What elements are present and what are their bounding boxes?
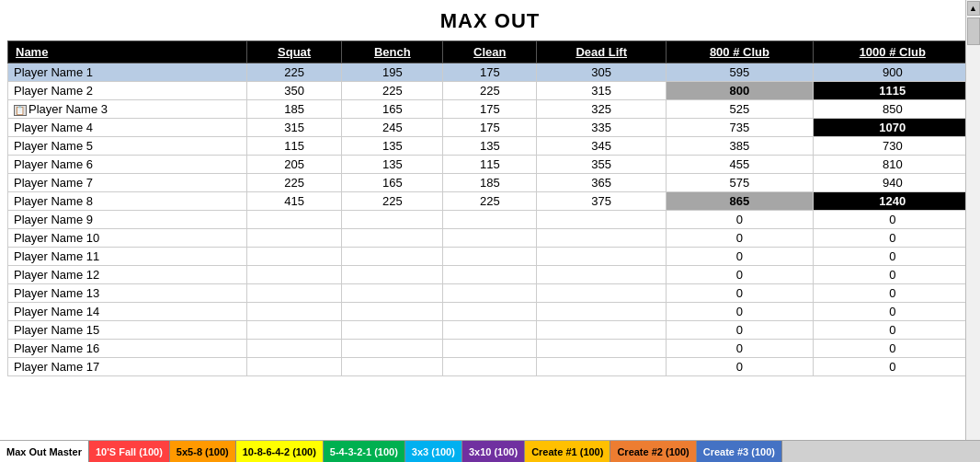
cell-bench <box>342 266 443 284</box>
table-body: Player Name 1225195175305595900Player Na… <box>8 64 973 376</box>
cell-bench <box>342 321 443 340</box>
cell-800club: 575 <box>667 174 813 192</box>
cell-bench: 225 <box>342 82 443 100</box>
cell-1000club: 0 <box>813 340 972 358</box>
cell-deadlift <box>537 229 667 248</box>
cell-clean: 175 <box>443 64 537 82</box>
cell-800club: 0 <box>667 340 813 358</box>
table-row[interactable]: Player Name 23502252253158001115 <box>8 82 973 100</box>
scroll-up-button[interactable]: ▲ <box>967 1 980 16</box>
scrollbar[interactable]: ▲ <box>965 0 980 440</box>
cell-squat: 315 <box>247 119 342 137</box>
cell-name: Player Name 1 <box>8 64 247 82</box>
cell-squat <box>247 340 342 358</box>
cell-bench <box>342 340 443 358</box>
tab-7[interactable]: Create #1 (100) <box>525 441 610 462</box>
cell-clean: 225 <box>443 82 537 100</box>
cell-800club: 525 <box>667 100 813 119</box>
table-row[interactable]: Player Name 1600 <box>8 340 973 358</box>
cell-clean: 115 <box>443 156 537 174</box>
cell-bench <box>342 248 443 266</box>
tab-1[interactable]: 10'S Fall (100) <box>89 441 170 462</box>
cell-name: 📋Player Name 3 <box>8 100 247 119</box>
cell-deadlift <box>537 340 667 358</box>
cell-1000club: 1240 <box>813 192 972 211</box>
cell-800club: 0 <box>667 211 813 229</box>
tab-4[interactable]: 5-4-3-2-1 (100) <box>324 441 405 462</box>
cell-800club: 0 <box>667 358 813 376</box>
table-row[interactable]: Player Name 6205135115355455810 <box>8 156 973 174</box>
tab-0[interactable]: Max Out Master <box>0 441 89 462</box>
cell-name: Player Name 8 <box>8 192 247 211</box>
table-row[interactable]: Player Name 5115135135345385730 <box>8 137 973 156</box>
cell-800club: 0 <box>667 321 813 340</box>
cell-bench: 165 <box>342 174 443 192</box>
col-header-1000club: 1000 # Club <box>813 41 972 64</box>
cell-squat: 115 <box>247 137 342 156</box>
cell-squat: 225 <box>247 64 342 82</box>
table-row[interactable]: 📋Player Name 3185165175325525850 <box>8 100 973 119</box>
cell-clean: 175 <box>443 100 537 119</box>
tab-3[interactable]: 10-8-6-4-2 (100) <box>236 441 324 462</box>
cell-deadlift <box>537 303 667 321</box>
cell-deadlift <box>537 248 667 266</box>
cell-name: Player Name 17 <box>8 358 247 376</box>
tab-8[interactable]: Create #2 (100) <box>610 441 696 462</box>
table-row[interactable]: Player Name 1300 <box>8 284 973 303</box>
cell-1000club: 0 <box>813 358 972 376</box>
table-row[interactable]: Player Name 43152451753357351070 <box>8 119 973 137</box>
tab-9[interactable]: Create #3 (100) <box>697 441 782 462</box>
cell-clean <box>443 248 537 266</box>
cell-clean: 185 <box>443 174 537 192</box>
cell-squat: 225 <box>247 174 342 192</box>
col-header-bench: Bench <box>342 41 443 64</box>
cell-clean <box>443 358 537 376</box>
cell-800club: 0 <box>667 248 813 266</box>
main-content: MAX OUT Name Squat Bench Clean Dead Lift… <box>0 0 980 440</box>
table-row[interactable]: Player Name 84152252253758651240 <box>8 192 973 211</box>
cell-name: Player Name 9 <box>8 211 247 229</box>
cell-clean <box>443 303 537 321</box>
table-row[interactable]: Player Name 1500 <box>8 321 973 340</box>
cell-squat <box>247 266 342 284</box>
cell-bench: 165 <box>342 100 443 119</box>
cell-bench <box>342 284 443 303</box>
cell-squat <box>247 358 342 376</box>
cell-deadlift: 315 <box>537 82 667 100</box>
table-row[interactable]: Player Name 1000 <box>8 229 973 248</box>
table-row[interactable]: Player Name 1700 <box>8 358 973 376</box>
cell-1000club: 0 <box>813 229 972 248</box>
table-row[interactable]: Player Name 1200 <box>8 266 973 284</box>
cell-name: Player Name 12 <box>8 266 247 284</box>
cell-800club: 595 <box>667 64 813 82</box>
table-row[interactable]: Player Name 1100 <box>8 248 973 266</box>
cell-squat: 415 <box>247 192 342 211</box>
cell-1000club: 810 <box>813 156 972 174</box>
cell-name: Player Name 2 <box>8 82 247 100</box>
cell-squat <box>247 248 342 266</box>
table-wrapper: Name Squat Bench Clean Dead Lift 800 # C… <box>0 40 980 376</box>
cell-1000club: 900 <box>813 64 972 82</box>
cell-deadlift: 375 <box>537 192 667 211</box>
table-row[interactable]: Player Name 7225165185365575940 <box>8 174 973 192</box>
cell-deadlift <box>537 284 667 303</box>
cell-squat <box>247 229 342 248</box>
cell-clean <box>443 284 537 303</box>
cell-deadlift: 325 <box>537 100 667 119</box>
table-row[interactable]: Player Name 900 <box>8 211 973 229</box>
tab-6[interactable]: 3x10 (100) <box>462 441 525 462</box>
cell-squat <box>247 303 342 321</box>
table-row[interactable]: Player Name 1225195175305595900 <box>8 64 973 82</box>
scroll-thumb[interactable] <box>967 17 980 45</box>
cell-deadlift: 355 <box>537 156 667 174</box>
cell-name: Player Name 13 <box>8 284 247 303</box>
cell-deadlift: 365 <box>537 174 667 192</box>
cell-clean: 135 <box>443 137 537 156</box>
cell-bench: 195 <box>342 64 443 82</box>
cell-1000club: 0 <box>813 284 972 303</box>
cell-800club: 0 <box>667 229 813 248</box>
tab-5[interactable]: 3x3 (100) <box>405 441 462 462</box>
tab-2[interactable]: 5x5-8 (100) <box>170 441 236 462</box>
cell-bench <box>342 229 443 248</box>
table-row[interactable]: Player Name 1400 <box>8 303 973 321</box>
